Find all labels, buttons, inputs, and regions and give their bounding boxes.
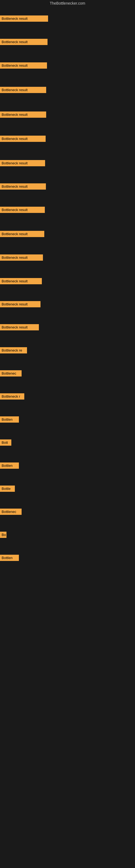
bottleneck-result-item[interactable]: Bottleneck result [0,301,41,307]
bottleneck-result-item[interactable]: Bottleneck r [0,393,24,400]
bottleneck-result-item[interactable]: Bottleneck result [0,231,44,237]
bottleneck-result-item[interactable]: Bottleneck result [0,112,46,118]
bottleneck-result-item[interactable]: Bottleneck result [0,87,46,93]
bottleneck-result-item[interactable]: Bottleneck result [0,39,48,45]
bottleneck-result-item[interactable]: Bottleneck result [0,207,45,213]
bottleneck-result-item[interactable]: Bottlenec [0,370,21,376]
bottleneck-result-item[interactable]: Bottleneck result [0,62,47,69]
bottleneck-result-item[interactable]: Bottleneck result [0,183,46,190]
bottleneck-result-item[interactable]: Bottleneck re [0,347,27,353]
bottleneck-result-item[interactable]: Bo [0,532,6,538]
bottleneck-result-item[interactable]: Bott [0,439,11,446]
bottleneck-result-item[interactable]: Bottlen [0,555,19,561]
bottleneck-result-item[interactable]: Bottlenec [0,508,21,515]
bottleneck-result-item[interactable]: Bottleneck result [0,278,42,284]
site-title: TheBottlenecker.com [0,0,135,6]
bottleneck-result-item[interactable]: Bottleneck result [0,160,45,166]
bottleneck-result-item[interactable]: Bottleneck result [0,16,48,22]
bottleneck-result-item[interactable]: Bottleneck result [0,254,43,261]
bottleneck-result-item[interactable]: Bottlen [0,463,19,469]
bottleneck-result-item[interactable]: Bottle [0,486,15,492]
bottleneck-result-item[interactable]: Bottleneck result [0,135,46,142]
bottleneck-result-item[interactable]: Bottleneck result [0,324,39,330]
bottleneck-result-item[interactable]: Bottlen [0,416,19,423]
